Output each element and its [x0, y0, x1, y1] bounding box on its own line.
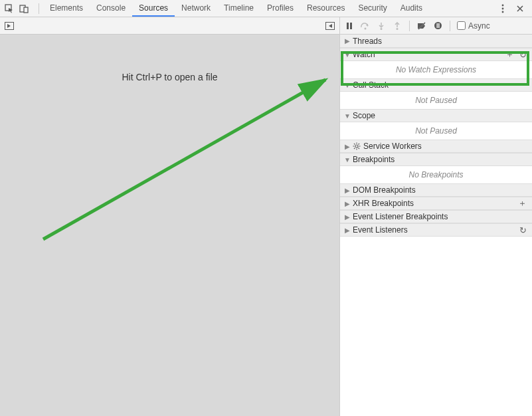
separator: [39, 3, 39, 14]
chevron-down-icon: ▼: [344, 51, 350, 58]
panel-threads[interactable]: ▶ Threads: [340, 35, 532, 48]
chevron-right-icon: ▶: [344, 37, 350, 45]
refresh-watch-icon[interactable]: ↻: [518, 50, 528, 60]
svg-rect-15: [438, 23, 440, 28]
panel-breakpoints[interactable]: ▼ Breakpoints: [340, 153, 532, 166]
async-checkbox-label[interactable]: Async: [457, 21, 490, 31]
sources-toolbar: [0, 17, 339, 35]
refresh-eventlisteners-icon[interactable]: ↻: [518, 225, 528, 235]
chevron-down-icon: ▼: [344, 112, 350, 120]
svg-line-21: [354, 144, 355, 145]
panel-scope[interactable]: ▼ Scope: [340, 109, 532, 122]
svg-point-5: [502, 11, 504, 13]
chevron-right-icon: ▶: [344, 200, 350, 207]
panel-watch[interactable]: ▼ Watch ＋ ↻: [340, 48, 532, 61]
tab-audits[interactable]: Audits: [394, 0, 429, 17]
svg-rect-9: [350, 23, 352, 29]
panel-watch-label: Watch: [353, 50, 501, 59]
panel-eventlisteners[interactable]: ▶ Event Listeners ↻: [340, 223, 532, 237]
svg-rect-14: [436, 23, 438, 28]
panel-callstack-label: Call Stack: [353, 80, 528, 90]
panel-breakpoints-label: Breakpoints: [353, 155, 528, 164]
chevron-right-icon: ▶: [344, 213, 350, 221]
breakpoints-empty-text: No Breakpoints: [340, 166, 532, 183]
close-icon[interactable]: [515, 3, 525, 14]
svg-point-16: [355, 145, 358, 148]
debugger-pane: Async ▶ Threads ▼ Watch ＋ ↻ No Watch Exp…: [340, 17, 532, 416]
panel-eventlisteners-label: Event Listeners: [353, 225, 515, 235]
tab-network[interactable]: Network: [175, 0, 217, 17]
svg-line-23: [354, 148, 355, 150]
tab-security[interactable]: Security: [351, 0, 393, 17]
tab-timeline[interactable]: Timeline: [217, 0, 260, 17]
chevron-right-icon: ▶: [344, 227, 350, 234]
async-label-text: Async: [468, 21, 490, 31]
svg-point-3: [502, 4, 504, 6]
debugger-toolbar: Async: [340, 17, 532, 35]
panel-eventlistenerbreakpoints[interactable]: ▶ Event Listener Breakpoints: [340, 210, 532, 223]
chevron-down-icon: ▼: [344, 82, 350, 89]
chevron-right-icon: ▶: [344, 187, 350, 194]
panel-threads-label: Threads: [353, 37, 528, 46]
callstack-empty-text: Not Paused: [340, 92, 532, 109]
sources-left-pane: Hit Ctrl+P to open a file: [0, 17, 340, 416]
more-menu-icon[interactable]: [497, 3, 508, 14]
tab-resources[interactable]: Resources: [300, 0, 351, 17]
panel-scope-label: Scope: [353, 111, 528, 120]
svg-line-22: [359, 148, 360, 150]
watch-empty-text: No Watch Expressions: [340, 61, 532, 78]
svg-rect-8: [347, 23, 349, 29]
panel-dombreakpoints-label: DOM Breakpoints: [353, 185, 528, 195]
panel-xhrbreakpoints-label: XHR Breakpoints: [353, 199, 514, 208]
devtools-tabbar: Elements Console Sources Network Timelin…: [0, 0, 532, 17]
step-into-icon[interactable]: [376, 21, 387, 31]
separator: [450, 21, 450, 31]
tab-elements[interactable]: Elements: [43, 0, 90, 17]
pause-on-exceptions-icon[interactable]: [432, 21, 443, 31]
async-checkbox[interactable]: [457, 21, 466, 30]
step-out-icon[interactable]: [392, 21, 402, 31]
panel-serviceworkers[interactable]: ▶ Service Workers: [340, 140, 532, 153]
tab-sources[interactable]: Sources: [132, 0, 175, 17]
show-debugger-icon[interactable]: [325, 21, 335, 31]
inspect-element-icon[interactable]: [4, 3, 15, 14]
panel-dombreakpoints[interactable]: ▶ DOM Breakpoints: [340, 183, 532, 197]
tab-console[interactable]: Console: [90, 0, 132, 17]
panel-xhrbreakpoints[interactable]: ▶ XHR Breakpoints ＋: [340, 197, 532, 210]
svg-point-12: [397, 28, 399, 30]
show-navigator-icon[interactable]: [4, 21, 15, 31]
add-xhr-breakpoint-icon[interactable]: ＋: [517, 197, 528, 209]
svg-point-10: [365, 27, 367, 29]
deactivate-breakpoints-icon[interactable]: [416, 21, 427, 31]
svg-point-4: [502, 7, 504, 9]
editor-hint: Hit Ctrl+P to open a file: [122, 72, 217, 82]
add-watch-icon[interactable]: ＋: [504, 49, 515, 60]
tab-profiles[interactable]: Profiles: [260, 0, 300, 17]
svg-line-24: [359, 144, 360, 145]
separator: [409, 21, 410, 31]
device-mode-icon[interactable]: [19, 3, 29, 14]
panel-callstack[interactable]: ▼ Call Stack: [340, 78, 532, 92]
panel-elb-label: Event Listener Breakpoints: [353, 212, 528, 221]
gear-icon: [353, 142, 361, 150]
svg-point-11: [381, 28, 383, 30]
panel-serviceworkers-label: Service Workers: [363, 142, 528, 151]
editor-area: Hit Ctrl+P to open a file: [0, 35, 339, 416]
svg-rect-2: [24, 7, 28, 13]
scope-empty-text: Not Paused: [340, 122, 532, 140]
pause-icon[interactable]: [344, 21, 355, 31]
chevron-right-icon: ▶: [344, 143, 350, 150]
svg-point-13: [434, 22, 442, 29]
chevron-down-icon: ▼: [344, 156, 350, 163]
step-over-icon[interactable]: [360, 21, 371, 31]
